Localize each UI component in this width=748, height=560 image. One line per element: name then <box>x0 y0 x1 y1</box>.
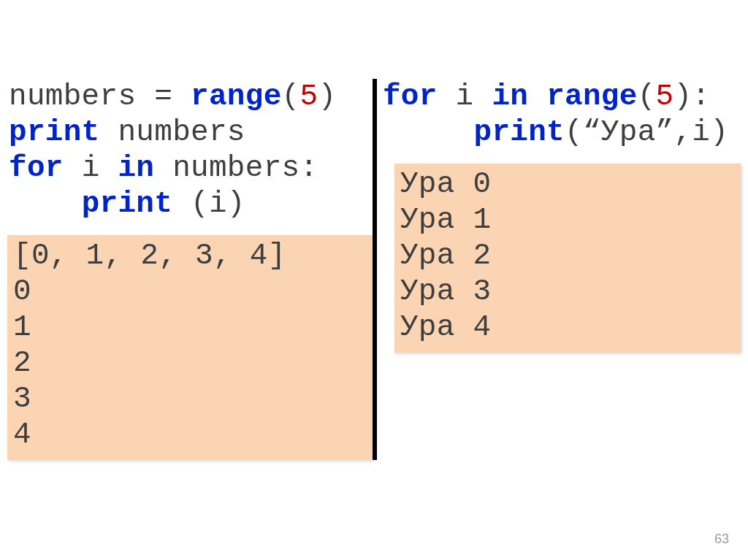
code-text <box>383 115 474 149</box>
keyword-print: print <box>82 187 191 220</box>
keyword-in: in <box>492 80 546 113</box>
slide: numbers = range(5) print numbers for i i… <box>0 0 748 560</box>
columns: numbers = range(5) print numbers for i i… <box>0 79 748 460</box>
code-text: numbers: <box>172 151 318 185</box>
literal-5: 5 <box>656 80 674 113</box>
keyword-range: range <box>546 80 638 113</box>
code-text: ( <box>282 80 300 113</box>
left-column: numbers = range(5) print numbers for i i… <box>7 79 373 460</box>
keyword-for: for <box>383 80 456 113</box>
keyword-in: in <box>118 151 172 185</box>
page-number: 63 <box>714 532 729 547</box>
code-text: ( <box>638 80 656 113</box>
code-text: ): <box>673 80 710 113</box>
code-text <box>9 187 82 220</box>
right-column: for i in range(5): print(“Ура”,i) Ура 0 … <box>377 79 741 460</box>
keyword-print: print <box>474 115 565 149</box>
left-code-block: numbers = range(5) print numbers for i i… <box>7 79 373 222</box>
keyword-print: print <box>9 115 118 149</box>
keyword-for: for <box>9 151 82 185</box>
code-text: (i) <box>191 187 245 220</box>
left-output-block: [0, 1, 2, 3, 4] 0 1 2 3 4 <box>7 235 373 460</box>
right-output-block: Ура 0 Ура 1 Ура 2 Ура 3 Ура 4 <box>394 164 741 353</box>
code-text: (“Ура”,i) <box>565 115 728 149</box>
code-text: i <box>456 80 492 113</box>
keyword-range: range <box>191 80 282 113</box>
right-code-block: for i in range(5): print(“Ура”,i) <box>381 79 741 150</box>
code-text: ) <box>318 80 336 113</box>
code-text: numbers = <box>9 80 191 113</box>
code-text: i <box>82 151 118 185</box>
code-text: numbers <box>118 115 245 149</box>
literal-5: 5 <box>299 80 318 113</box>
